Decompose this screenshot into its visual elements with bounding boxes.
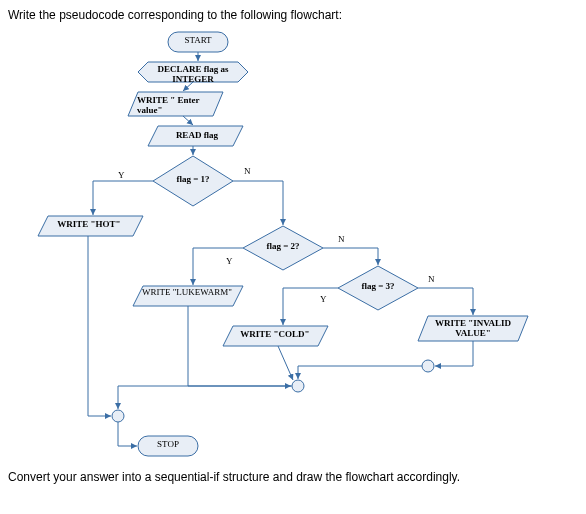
question-text: Write the pseudocode corresponding to th…	[8, 8, 578, 22]
read-node: READ flag	[158, 131, 236, 141]
d2-no-label: N	[338, 234, 345, 244]
decision-2: flag = 2?	[253, 242, 313, 252]
hot-node: WRITE "HOT"	[43, 220, 135, 230]
decision-1: flag = 1?	[163, 175, 223, 185]
svg-line-17	[183, 116, 193, 125]
d2-yes-label: Y	[226, 256, 233, 266]
flowchart-diagram: START DECLARE flag as INTEGER WRITE " En…	[8, 26, 568, 466]
svg-point-13	[112, 410, 124, 422]
lukewarm-node: WRITE "LUKEWARM"	[138, 288, 236, 298]
start-node: START	[168, 36, 228, 46]
prompt-node: WRITE " Enter value"	[133, 96, 219, 116]
footer-question: Convert your answer into a sequential-if…	[8, 470, 578, 484]
invalid-node: WRITE "INVALID VALUE"	[424, 319, 522, 339]
svg-line-19	[278, 346, 293, 380]
d1-no-label: N	[244, 166, 251, 176]
svg-point-12	[292, 380, 304, 392]
d3-yes-label: Y	[320, 294, 327, 304]
decision-3: flag = 3?	[348, 282, 408, 292]
cold-node: WRITE "COLD"	[230, 330, 320, 340]
declare-node: DECLARE flag as INTEGER	[148, 65, 238, 85]
d3-no-label: N	[428, 274, 435, 284]
svg-point-11	[422, 360, 434, 372]
stop-node: STOP	[138, 440, 198, 450]
d1-yes-label: Y	[118, 170, 125, 180]
